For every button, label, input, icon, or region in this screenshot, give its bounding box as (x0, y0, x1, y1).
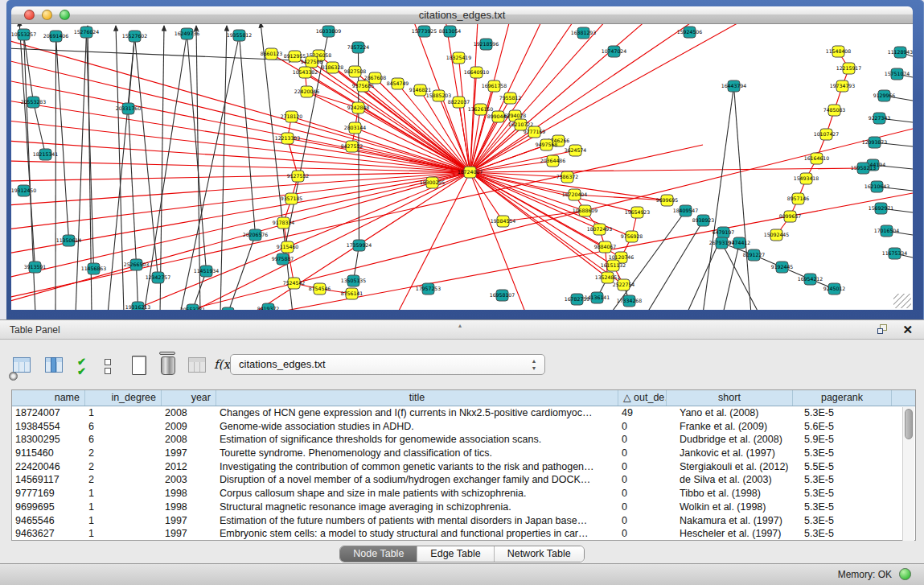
new-table-button[interactable] (129, 354, 151, 378)
cell-out_de: 0 (618, 473, 667, 487)
node-label: 9699695 (656, 197, 679, 203)
cell-short: Dudbridge et al. (2008) (667, 433, 793, 447)
memory-status-icon[interactable] (899, 568, 911, 580)
node-label: 9427508 (301, 59, 323, 64)
cell-in_degree: 2 (85, 460, 162, 474)
network-canvas[interactable]: 1872400710553257206914061527602415527602… (11, 24, 913, 310)
column-header-pagerank[interactable]: pagerank (793, 390, 892, 406)
cell-out_de: 0 (618, 460, 667, 474)
select-all-button[interactable]: ✔✔ (77, 357, 100, 381)
node-label: 15692971 (869, 205, 894, 211)
node-label: 9146821 (409, 87, 432, 93)
table-row[interactable]: 2242004622012Investigating the contribut… (12, 460, 915, 474)
column-header-short[interactable]: short (667, 390, 793, 406)
cell-pagerank: 5.3E-5 (793, 447, 892, 460)
node-label: 16164610 (804, 155, 830, 161)
node-label: 8454749 (387, 80, 409, 86)
tab-node-table[interactable]: Node Table (340, 546, 417, 562)
citation-edge-red (470, 168, 864, 172)
status-bar: Memory: OK (0, 563, 924, 585)
column-header-in_degree[interactable]: in_degree (85, 390, 162, 406)
node-label: 17957253 (416, 286, 441, 291)
table-row[interactable]: 1830029562008Estimation of significance … (12, 433, 915, 447)
trash-lid-icon (159, 352, 175, 355)
node-label: 17359924 (347, 242, 372, 248)
table-body: 1872400712008Changes of HCN gene express… (12, 406, 915, 541)
column-header-year[interactable]: year (162, 390, 216, 406)
citation-edge-black (116, 26, 124, 310)
node-label: 9756928 (621, 233, 643, 239)
cell-name: 22420046 (12, 460, 85, 474)
network-graph[interactable]: 1872400710553257206914061527602415527602… (11, 24, 913, 310)
float-panel-icon[interactable] (877, 324, 889, 335)
deselect-all-button[interactable] (98, 357, 121, 381)
cell-title: Changes of HCN gene expression and I(f) … (216, 406, 618, 420)
cell-name: 18300295 (12, 433, 85, 447)
table-row[interactable]: 1938455462009Genome-wide association stu… (12, 420, 915, 434)
node-label: 10553257 (11, 31, 36, 37)
window-titlebar[interactable]: citations_edges.txt (11, 6, 913, 24)
node-label: 7524542 (283, 280, 306, 286)
disabled-table-icon (188, 357, 206, 373)
column-header-title[interactable]: title (216, 390, 618, 406)
panel-divider-handle[interactable]: ▴ (458, 316, 462, 336)
table-row[interactable]: 946554611997Estimation of the future num… (12, 514, 915, 528)
table-row[interactable]: 977716911998Corpus callosum shape and si… (12, 487, 915, 501)
window-resize-grip[interactable] (893, 294, 911, 308)
node-label: 10747024 (602, 48, 627, 54)
node-label: 9192445 (771, 264, 794, 270)
node-label: 19312450 (11, 187, 36, 193)
cell-name: 9699695 (12, 501, 85, 514)
citation-edge-black (56, 36, 69, 241)
citation-edge-black (160, 26, 164, 310)
tab-edge-table[interactable]: Edge Table (417, 546, 494, 562)
node-label: 9115460 (277, 244, 299, 249)
column-header-out_de[interactable]: △ out_de… (618, 390, 667, 406)
cell-short: Hescheler et al. (1997) (667, 527, 793, 541)
node-label: 16443794 (721, 83, 747, 89)
table-row[interactable]: 946362711997Embryonic stem cells: a mode… (12, 527, 915, 541)
column-header-name[interactable]: name (12, 390, 85, 406)
node-label: 9242848 (347, 105, 370, 110)
citation-edge-black (129, 109, 137, 265)
table-options-button[interactable] (11, 354, 34, 378)
dropdown-spinner-icon: ▲▼ (528, 357, 540, 372)
table-row[interactable]: 1456911722003Disruption of a novel membe… (12, 473, 915, 487)
table-panel-title: Table Panel (10, 320, 60, 340)
node-label: 20331760 (116, 105, 142, 111)
new-document-icon (132, 356, 146, 375)
column-highlight-icon (51, 357, 56, 373)
table-row[interactable]: 1872400712008Changes of HCN gene express… (12, 406, 915, 420)
cell-year: 2003 (162, 473, 216, 487)
table-panel-header: ▴ Table Panel ✕ (0, 320, 924, 340)
node-label: 7485083 (823, 107, 846, 113)
citation-edge-black (703, 86, 734, 310)
citation-edge-black (220, 26, 227, 310)
node-label: 9497568 (536, 142, 558, 147)
delete-table-button[interactable] (158, 354, 180, 378)
show-columns-button[interactable] (43, 354, 66, 378)
node-label: 16381293 (571, 30, 597, 35)
table-row[interactable]: 911546021997Tourette syndrome. Phenomeno… (12, 447, 915, 460)
table-scrollbar[interactable] (902, 407, 914, 541)
scrollbar-thumb[interactable] (905, 409, 913, 439)
cell-in_degree: 1 (85, 501, 162, 514)
node-label: 16151132 (601, 262, 626, 268)
node-label: 15493418 (794, 175, 819, 181)
cell-title: Structural magnetic resonance image aver… (216, 501, 618, 514)
cell-pagerank: 5.3E-5 (793, 487, 892, 501)
network-table-selector[interactable]: citations_edges.txt ▲▼ (230, 354, 545, 375)
close-panel-icon[interactable]: ✕ (902, 323, 913, 337)
cell-short: de Silva et al. (2003) (667, 473, 793, 487)
node-label: 3913591 (24, 264, 47, 270)
tab-network-table[interactable]: Network Table (495, 546, 584, 562)
cell-out_de: 0 (618, 487, 667, 501)
node-label: 16249736 (175, 31, 200, 36)
node-label: 8660123 (261, 51, 283, 56)
node-label: 10543382 (293, 69, 318, 75)
table-row[interactable]: 969969511998Structural magnetic resonanc… (12, 501, 915, 514)
node-label: 11548408 (826, 48, 852, 54)
cell-pagerank: 5.9E-5 (793, 433, 892, 447)
cell-out_de: 0 (618, 420, 667, 434)
cell-in_degree: 2 (85, 473, 162, 487)
